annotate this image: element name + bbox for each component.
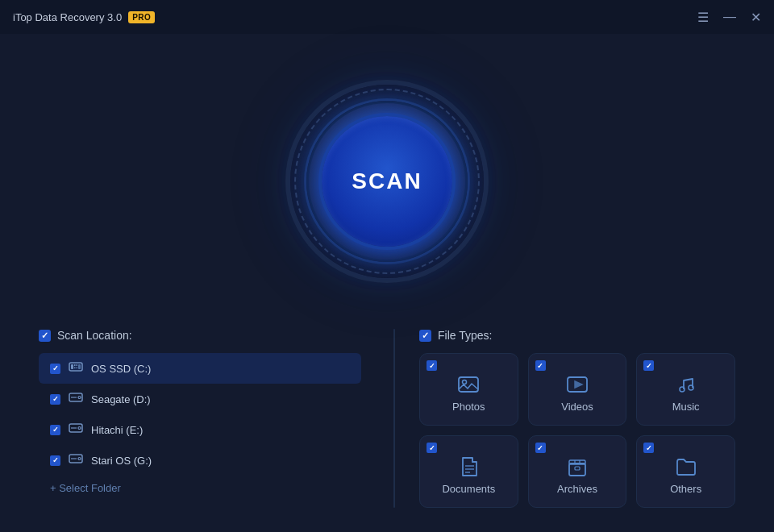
documents-checkbox[interactable] xyxy=(427,443,437,453)
hdd-icon-e xyxy=(69,421,83,438)
select-folder-button[interactable]: + Select Folder xyxy=(39,476,361,501)
svg-marker-19 xyxy=(575,381,582,388)
scan-mid-ring: SCAN xyxy=(306,101,468,262)
svg-rect-5 xyxy=(77,368,78,369)
file-type-videos[interactable]: Videos xyxy=(528,353,627,426)
drive-name-c: OS SSD (C:) xyxy=(91,363,151,375)
music-label: Music xyxy=(645,401,726,413)
svg-rect-16 xyxy=(459,377,478,392)
documents-label: Documents xyxy=(428,483,510,495)
hdd-icon-d xyxy=(69,390,83,408)
titlebar: iTop Data Recovery 3.0 PRO ☰ — ✕ xyxy=(0,0,774,34)
scan-location-checkbox[interactable] xyxy=(39,330,51,342)
file-types-header: File Types: xyxy=(419,329,735,342)
bottom-panels: Scan Location: xyxy=(39,329,735,508)
svg-point-17 xyxy=(463,380,467,384)
ssd-icon xyxy=(69,360,83,377)
photo-icon xyxy=(428,373,510,396)
drive-item-d[interactable]: Seagate (D:) xyxy=(39,384,361,414)
file-types-grid: Photos Videos xyxy=(419,353,735,508)
file-type-photos[interactable]: Photos xyxy=(419,353,518,426)
drive-list: OS SSD (C:) Seagate (D:) xyxy=(39,353,361,476)
drive-name-d: Seagate (D:) xyxy=(91,393,151,405)
titlebar-left: iTop Data Recovery 3.0 PRO xyxy=(13,11,155,23)
drive-checkbox-e[interactable] xyxy=(50,425,60,435)
svg-rect-4 xyxy=(74,368,76,369)
svg-rect-1 xyxy=(71,364,73,369)
others-label: Others xyxy=(645,483,726,495)
file-types-title: File Types: xyxy=(438,329,492,342)
drive-item-g[interactable]: Stari OS (G:) xyxy=(39,445,361,476)
close-icon[interactable]: ✕ xyxy=(751,10,761,25)
select-folder-label: + Select Folder xyxy=(50,482,121,494)
pro-badge: PRO xyxy=(128,11,155,23)
svg-point-14 xyxy=(78,458,81,460)
svg-rect-2 xyxy=(74,364,76,366)
archives-checkbox[interactable] xyxy=(535,443,546,453)
scan-location-panel: Scan Location: xyxy=(39,329,385,508)
panel-divider xyxy=(393,329,395,508)
svg-rect-6 xyxy=(78,364,81,369)
svg-rect-3 xyxy=(77,364,78,366)
drive-name-e: Hitachi (E:) xyxy=(91,424,143,436)
drive-item-e[interactable]: Hitachi (E:) xyxy=(39,414,361,445)
scan-button[interactable]: SCAN xyxy=(322,116,452,247)
file-type-archives[interactable]: Archives xyxy=(528,435,627,508)
others-checkbox[interactable] xyxy=(643,443,654,453)
photos-checkbox[interactable] xyxy=(427,360,437,371)
menu-icon[interactable]: ☰ xyxy=(697,10,709,25)
videos-checkbox[interactable] xyxy=(535,360,546,371)
svg-point-11 xyxy=(78,427,81,430)
main-content: SCAN Scan Location: xyxy=(0,34,774,532)
videos-label: Videos xyxy=(537,401,618,413)
svg-rect-29 xyxy=(575,467,580,470)
archives-label: Archives xyxy=(537,483,618,495)
hdd-icon-g xyxy=(69,451,83,469)
file-type-others[interactable]: Others xyxy=(636,435,735,508)
music-checkbox[interactable] xyxy=(643,360,654,371)
folder-icon xyxy=(645,455,726,478)
file-types-checkbox[interactable] xyxy=(419,330,431,342)
svg-point-8 xyxy=(78,397,81,399)
archive-icon xyxy=(537,455,618,478)
video-icon xyxy=(537,373,618,396)
app-title: iTop Data Recovery 3.0 xyxy=(13,11,122,23)
scan-location-title: Scan Location: xyxy=(57,329,132,342)
drive-checkbox-c[interactable] xyxy=(50,364,60,374)
file-type-documents[interactable]: Documents xyxy=(419,435,518,508)
titlebar-controls: ☰ — ✕ xyxy=(697,10,761,25)
minimize-icon[interactable]: — xyxy=(723,10,736,24)
photos-label: Photos xyxy=(428,401,510,413)
scan-outer-ring: SCAN xyxy=(290,85,484,278)
svg-rect-26 xyxy=(569,460,585,464)
document-icon xyxy=(428,455,510,478)
drive-item-c[interactable]: OS SSD (C:) xyxy=(39,353,361,384)
scan-location-header: Scan Location: xyxy=(39,329,361,342)
file-types-panel: File Types: Photos xyxy=(403,329,735,508)
music-icon xyxy=(645,373,726,396)
drive-checkbox-d[interactable] xyxy=(50,394,60,405)
drive-name-g: Stari OS (G:) xyxy=(91,455,152,467)
drive-checkbox-g[interactable] xyxy=(50,455,60,466)
scan-wrapper: SCAN xyxy=(290,34,484,329)
file-type-music[interactable]: Music xyxy=(636,353,735,426)
